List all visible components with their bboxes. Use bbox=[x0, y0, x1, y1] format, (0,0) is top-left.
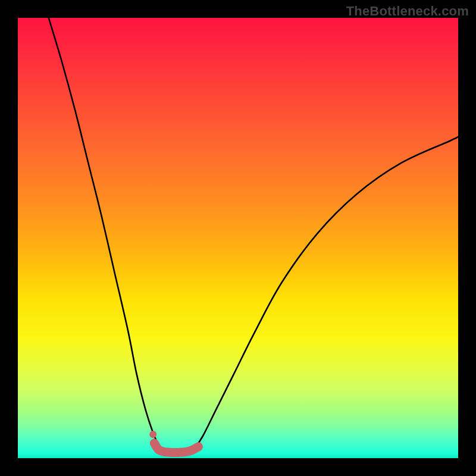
curve-layer bbox=[18, 18, 458, 458]
valley-marker-dot bbox=[149, 431, 156, 438]
curve-left-arm bbox=[49, 18, 161, 449]
chart-frame: TheBottleneck.com bbox=[0, 0, 476, 476]
curve-right-arm bbox=[194, 137, 458, 449]
valley-marker-path bbox=[154, 443, 198, 453]
plot-area bbox=[18, 18, 458, 458]
watermark-text: TheBottleneck.com bbox=[346, 4, 469, 19]
